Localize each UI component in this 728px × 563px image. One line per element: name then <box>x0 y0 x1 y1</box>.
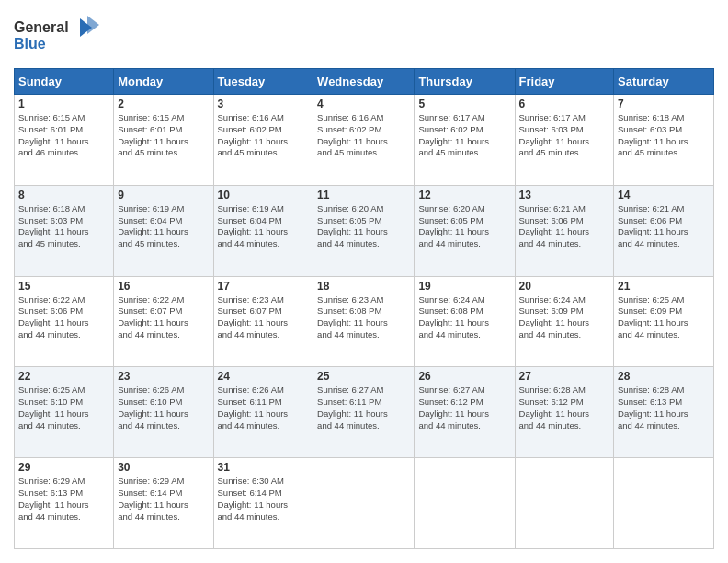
calendar-cell: 10Sunrise: 6:19 AMSunset: 6:04 PMDayligh… <box>213 185 313 276</box>
day-info: Sunrise: 6:29 AMSunset: 6:14 PMDaylight:… <box>118 476 209 523</box>
day-info: Sunrise: 6:15 AMSunset: 6:01 PMDaylight:… <box>118 112 209 159</box>
day-number: 17 <box>218 280 310 293</box>
day-info: Sunrise: 6:23 AMSunset: 6:08 PMDaylight:… <box>317 294 410 341</box>
calendar-cell: 1Sunrise: 6:15 AMSunset: 6:01 PMDaylight… <box>15 95 114 186</box>
calendar-header-cell: Wednesday <box>313 69 415 95</box>
svg-text:Blue: Blue <box>14 36 46 52</box>
day-info: Sunrise: 6:27 AMSunset: 6:11 PMDaylight:… <box>317 385 410 431</box>
day-info: Sunrise: 6:22 AMSunset: 6:07 PMDaylight:… <box>118 294 209 341</box>
calendar-cell: 2Sunrise: 6:15 AMSunset: 6:01 PMDaylight… <box>114 95 213 186</box>
day-number: 27 <box>519 370 610 383</box>
day-info: Sunrise: 6:28 AMSunset: 6:13 PMDaylight:… <box>618 385 710 431</box>
calendar-cell <box>415 458 515 549</box>
day-number: 10 <box>218 189 310 201</box>
calendar-header-cell: Friday <box>515 69 614 95</box>
day-number: 20 <box>519 280 610 293</box>
day-info: Sunrise: 6:16 AMSunset: 6:02 PMDaylight:… <box>317 112 410 159</box>
day-number: 4 <box>317 98 410 110</box>
calendar-cell: 12Sunrise: 6:20 AMSunset: 6:05 PMDayligh… <box>415 185 515 276</box>
calendar-cell: 7Sunrise: 6:18 AMSunset: 6:03 PMDaylight… <box>614 95 714 186</box>
day-number: 26 <box>418 370 510 383</box>
day-info: Sunrise: 6:28 AMSunset: 6:12 PMDaylight:… <box>519 385 610 431</box>
day-number: 6 <box>519 98 610 110</box>
calendar-cell: 15Sunrise: 6:22 AMSunset: 6:06 PMDayligh… <box>15 276 114 367</box>
calendar-cell: 11Sunrise: 6:20 AMSunset: 6:05 PMDayligh… <box>313 185 415 276</box>
calendar-table: SundayMondayTuesdayWednesdayThursdayFrid… <box>14 68 714 549</box>
day-number: 21 <box>618 280 710 293</box>
calendar-header-cell: Tuesday <box>213 69 313 95</box>
day-number: 8 <box>18 189 109 201</box>
calendar-cell: 21Sunrise: 6:25 AMSunset: 6:09 PMDayligh… <box>614 276 714 367</box>
calendar-cell: 3Sunrise: 6:16 AMSunset: 6:02 PMDaylight… <box>213 95 313 186</box>
day-info: Sunrise: 6:23 AMSunset: 6:07 PMDaylight:… <box>218 294 310 341</box>
logo: General Blue <box>14 14 101 59</box>
calendar-cell: 23Sunrise: 6:26 AMSunset: 6:10 PMDayligh… <box>114 367 213 458</box>
header: General Blue <box>14 14 714 59</box>
calendar-cell <box>614 458 714 549</box>
calendar-cell: 28Sunrise: 6:28 AMSunset: 6:13 PMDayligh… <box>614 367 714 458</box>
day-info: Sunrise: 6:21 AMSunset: 6:06 PMDaylight:… <box>618 203 710 250</box>
day-info: Sunrise: 6:29 AMSunset: 6:13 PMDaylight:… <box>18 476 109 523</box>
calendar-cell: 31Sunrise: 6:30 AMSunset: 6:14 PMDayligh… <box>213 458 313 549</box>
day-number: 7 <box>618 98 710 110</box>
calendar-cell: 24Sunrise: 6:26 AMSunset: 6:11 PMDayligh… <box>213 367 313 458</box>
day-number: 5 <box>418 98 510 110</box>
calendar-cell: 16Sunrise: 6:22 AMSunset: 6:07 PMDayligh… <box>114 276 213 367</box>
day-info: Sunrise: 6:15 AMSunset: 6:01 PMDaylight:… <box>18 112 109 159</box>
calendar-cell: 9Sunrise: 6:19 AMSunset: 6:04 PMDaylight… <box>114 185 213 276</box>
day-info: Sunrise: 6:25 AMSunset: 6:10 PMDaylight:… <box>18 385 109 431</box>
calendar-week-row: 15Sunrise: 6:22 AMSunset: 6:06 PMDayligh… <box>15 276 714 367</box>
day-number: 11 <box>317 189 410 201</box>
calendar-cell: 4Sunrise: 6:16 AMSunset: 6:02 PMDaylight… <box>313 95 415 186</box>
day-info: Sunrise: 6:25 AMSunset: 6:09 PMDaylight:… <box>618 294 710 341</box>
svg-marker-3 <box>87 16 99 34</box>
day-info: Sunrise: 6:24 AMSunset: 6:08 PMDaylight:… <box>418 294 510 341</box>
calendar-cell: 13Sunrise: 6:21 AMSunset: 6:06 PMDayligh… <box>515 185 614 276</box>
day-info: Sunrise: 6:16 AMSunset: 6:02 PMDaylight:… <box>218 112 310 159</box>
day-info: Sunrise: 6:20 AMSunset: 6:05 PMDaylight:… <box>418 203 510 250</box>
day-number: 15 <box>18 280 109 293</box>
calendar-cell <box>515 458 614 549</box>
calendar-cell: 8Sunrise: 6:18 AMSunset: 6:03 PMDaylight… <box>15 185 114 276</box>
calendar-cell: 29Sunrise: 6:29 AMSunset: 6:13 PMDayligh… <box>15 458 114 549</box>
day-info: Sunrise: 6:26 AMSunset: 6:10 PMDaylight:… <box>118 385 209 431</box>
day-number: 14 <box>618 189 710 201</box>
calendar-week-row: 22Sunrise: 6:25 AMSunset: 6:10 PMDayligh… <box>15 367 714 458</box>
calendar-week-row: 8Sunrise: 6:18 AMSunset: 6:03 PMDaylight… <box>15 185 714 276</box>
day-info: Sunrise: 6:19 AMSunset: 6:04 PMDaylight:… <box>118 203 209 250</box>
calendar-cell: 27Sunrise: 6:28 AMSunset: 6:12 PMDayligh… <box>515 367 614 458</box>
day-number: 1 <box>18 98 109 110</box>
day-number: 25 <box>317 370 410 383</box>
calendar-week-row: 1Sunrise: 6:15 AMSunset: 6:01 PMDaylight… <box>15 95 714 186</box>
calendar-cell: 6Sunrise: 6:17 AMSunset: 6:03 PMDaylight… <box>515 95 614 186</box>
calendar-cell: 19Sunrise: 6:24 AMSunset: 6:08 PMDayligh… <box>415 276 515 367</box>
day-number: 23 <box>118 370 209 383</box>
page: General Blue SundayMondayTuesdayWednesda… <box>0 0 728 563</box>
day-number: 19 <box>418 280 510 293</box>
calendar-cell <box>313 458 415 549</box>
day-info: Sunrise: 6:17 AMSunset: 6:03 PMDaylight:… <box>519 112 610 159</box>
day-info: Sunrise: 6:17 AMSunset: 6:02 PMDaylight:… <box>418 112 510 159</box>
day-info: Sunrise: 6:18 AMSunset: 6:03 PMDaylight:… <box>618 112 710 159</box>
day-info: Sunrise: 6:24 AMSunset: 6:09 PMDaylight:… <box>519 294 610 341</box>
day-number: 28 <box>618 370 710 383</box>
calendar-cell: 17Sunrise: 6:23 AMSunset: 6:07 PMDayligh… <box>213 276 313 367</box>
day-info: Sunrise: 6:20 AMSunset: 6:05 PMDaylight:… <box>317 203 410 250</box>
svg-text:General: General <box>14 19 69 35</box>
calendar-header-cell: Saturday <box>614 69 714 95</box>
calendar-cell: 22Sunrise: 6:25 AMSunset: 6:10 PMDayligh… <box>15 367 114 458</box>
calendar-cell: 14Sunrise: 6:21 AMSunset: 6:06 PMDayligh… <box>614 185 714 276</box>
day-number: 30 <box>118 461 209 474</box>
day-number: 24 <box>218 370 310 383</box>
day-number: 2 <box>118 98 209 110</box>
calendar-cell: 5Sunrise: 6:17 AMSunset: 6:02 PMDaylight… <box>415 95 515 186</box>
calendar-body: 1Sunrise: 6:15 AMSunset: 6:01 PMDaylight… <box>15 95 714 549</box>
day-number: 13 <box>519 189 610 201</box>
calendar-header-cell: Monday <box>114 69 213 95</box>
logo-text: General Blue <box>14 14 101 59</box>
calendar-cell: 20Sunrise: 6:24 AMSunset: 6:09 PMDayligh… <box>515 276 614 367</box>
day-number: 9 <box>118 189 209 201</box>
day-info: Sunrise: 6:19 AMSunset: 6:04 PMDaylight:… <box>218 203 310 250</box>
day-number: 29 <box>18 461 109 474</box>
calendar-header-cell: Thursday <box>415 69 515 95</box>
